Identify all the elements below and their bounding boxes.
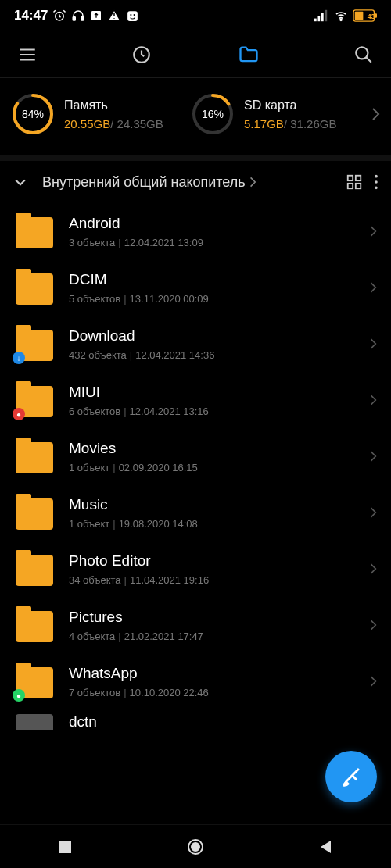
recents-button[interactable]: [57, 839, 73, 855]
folder-name: Pictures: [69, 609, 353, 626]
list-item[interactable]: Movies1 объект|02.09.2020 16:15: [0, 428, 391, 484]
folder-icon: [16, 552, 53, 586]
folder-meta: 4 объекта|21.02.2021 17:47: [69, 630, 353, 642]
collapse-icon[interactable]: [13, 174, 28, 190]
file-icon: [16, 714, 53, 730]
folder-tab-icon[interactable]: [238, 44, 260, 66]
svg-rect-9: [321, 13, 324, 21]
path-bar: Внутренний общий накопитель: [0, 161, 391, 203]
recent-icon[interactable]: [131, 45, 152, 65]
svg-rect-23: [356, 176, 361, 180]
folder-list: Android3 объекта|12.04.2021 13:09DCIM5 о…: [0, 203, 391, 709]
folder-name: Download: [69, 327, 353, 345]
menu-icon[interactable]: [17, 45, 38, 65]
list-item[interactable]: DCIM5 объектов|13.11.2020 00:09: [0, 259, 391, 316]
status-time: 14:47: [14, 8, 48, 23]
folder-name: Music: [69, 496, 353, 513]
folder-name: MIUI: [69, 384, 353, 401]
grid-view-icon[interactable]: [346, 173, 363, 191]
battery-icon: 43: [353, 9, 377, 22]
chevron-right-icon: [369, 505, 377, 520]
svg-rect-10: [325, 10, 328, 21]
clean-fab[interactable]: [325, 751, 377, 802]
svg-point-27: [375, 180, 378, 184]
breadcrumb[interactable]: Внутренний общий накопитель: [39, 174, 335, 191]
svg-point-6: [134, 14, 135, 16]
folder-meta: 1 объект|02.09.2020 16:15: [69, 462, 353, 473]
svg-point-26: [375, 175, 378, 178]
svg-rect-29: [59, 841, 71, 853]
chevron-right-icon: [369, 562, 377, 576]
list-item[interactable]: Photo Editor34 объекта|11.04.2021 19:16: [0, 541, 391, 597]
chevron-right-icon: [369, 393, 377, 407]
chevron-right-icon: [369, 618, 377, 632]
back-button[interactable]: [318, 839, 334, 855]
list-item[interactable]: ●MIUI6 объектов|12.04.2021 13:16: [0, 372, 391, 428]
sd-usage-ring: 16%: [191, 92, 235, 136]
chevron-right-icon: [369, 280, 377, 295]
svg-rect-2: [81, 17, 84, 21]
folder-meta: 34 объекта|11.04.2021 19:16: [69, 574, 353, 586]
svg-point-11: [340, 19, 342, 20]
svg-rect-4: [128, 11, 138, 21]
folder-meta: 6 объектов|12.04.2021 13:16: [69, 405, 353, 417]
svg-rect-25: [356, 184, 361, 188]
system-navbar: [0, 824, 391, 868]
svg-rect-24: [348, 184, 353, 188]
list-item-partial[interactable]: dctn: [0, 709, 391, 730]
folder-icon: [16, 439, 53, 473]
internal-sizes: 20.55GB/ 24.35GB: [64, 117, 163, 130]
svg-point-31: [192, 843, 199, 851]
signal-icon: [314, 9, 328, 22]
folder-icon: ↓: [16, 327, 53, 361]
download-badge-icon: ↓: [13, 352, 25, 364]
wifi-icon: [333, 9, 349, 22]
folder-meta: 1 объект|19.08.2020 14:08: [69, 518, 353, 530]
sd-label: SD карта: [244, 98, 336, 113]
storage-sd[interactable]: 16% SD карта 5.17GB/ 31.26GB: [191, 92, 364, 136]
folder-meta: 432 объекта|12.04.2021 14:36: [69, 349, 353, 361]
status-right: 43: [314, 9, 377, 22]
internal-label: Память: [64, 98, 163, 113]
svg-rect-7: [314, 19, 317, 22]
chevron-right-icon: [369, 224, 377, 238]
folder-name: Photo Editor: [69, 552, 353, 570]
folder-meta: 7 объектов|10.10.2020 22:46: [69, 687, 353, 698]
folder-meta: 5 объектов|13.11.2020 00:09: [69, 293, 353, 305]
app-toolbar: [0, 31, 391, 78]
storage-internal[interactable]: 84% Память 20.55GB/ 24.35GB: [11, 92, 185, 136]
storage-overview[interactable]: 84% Память 20.55GB/ 24.35GB 16% SD карта…: [0, 78, 391, 161]
folder-meta: 3 объекта|12.04.2021 13:09: [69, 237, 353, 248]
svg-text:43: 43: [368, 13, 375, 20]
folder-icon: [16, 608, 53, 642]
list-item[interactable]: ↓Download432 объекта|12.04.2021 14:36: [0, 316, 391, 372]
folder-icon: [16, 495, 53, 530]
home-button[interactable]: [186, 838, 205, 856]
list-item[interactable]: Music1 объект|19.08.2020 14:08: [0, 484, 391, 541]
folder-icon: ●: [16, 383, 53, 417]
folder-name: Android: [69, 215, 353, 232]
list-item[interactable]: ●WhatsApp7 объектов|10.10.2020 22:46: [0, 653, 391, 709]
chevron-right-icon: [369, 674, 377, 688]
face-icon: [126, 9, 139, 23]
status-left: 14:47: [14, 8, 139, 23]
more-icon[interactable]: [374, 173, 378, 191]
status-bar: 14:47 43: [0, 0, 391, 31]
headphones-icon: [71, 9, 85, 23]
svg-rect-1: [74, 17, 76, 21]
storage-chevron-icon[interactable]: [371, 106, 380, 122]
whatsapp-badge-icon: ●: [13, 689, 25, 702]
chevron-right-icon: [369, 449, 377, 463]
folder-name: WhatsApp: [69, 665, 353, 682]
list-item[interactable]: Pictures4 объекта|21.02.2021 17:47: [0, 597, 391, 653]
svg-point-17: [356, 47, 368, 59]
folder-name: dctn: [69, 713, 377, 730]
folder-name: DCIM: [69, 271, 353, 288]
folder-name: Movies: [69, 440, 353, 457]
search-icon[interactable]: [353, 45, 374, 65]
alarm-icon: [52, 9, 66, 23]
folder-icon: [16, 214, 53, 248]
svg-point-28: [375, 187, 378, 190]
list-item[interactable]: Android3 объекта|12.04.2021 13:09: [0, 203, 391, 259]
svg-rect-13: [355, 12, 364, 20]
